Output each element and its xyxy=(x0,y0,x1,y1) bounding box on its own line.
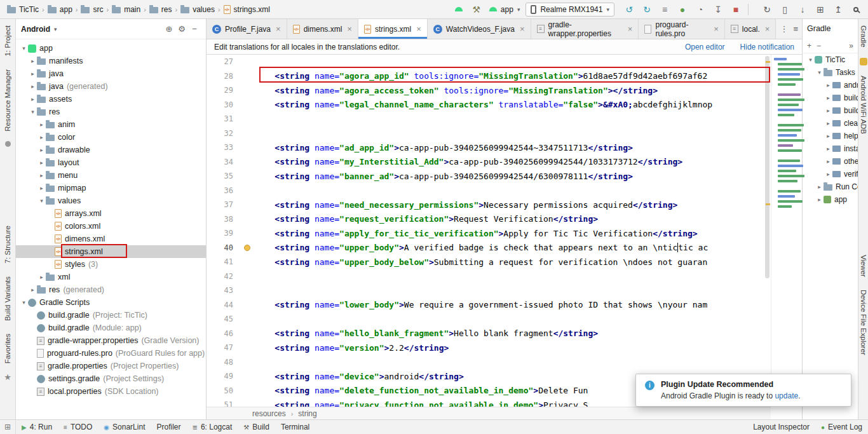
project-tree-item-local-properties-sdk-location[interactable]: local.properties(SDK Location) xyxy=(16,385,206,398)
code-line-28[interactable]: 28 <string name="agora_app_id" tools:ign… xyxy=(207,69,771,84)
code-line-34[interactable]: 34 <string name="my_Interstitial_Add">ca… xyxy=(207,155,771,170)
chevron-down-icon[interactable]: ▾ xyxy=(54,26,57,32)
project-tree-item-strings-xml[interactable]: strings.xml xyxy=(16,245,206,258)
project-tree-item-java-generated[interactable]: ▸java(generated) xyxy=(16,80,206,93)
chevron-right-icon[interactable]: ▸ xyxy=(824,107,832,114)
code-line-35[interactable]: 35 <string name="banner_ad">ca-app-pub-3… xyxy=(207,169,771,184)
profiler-toolwindow-button[interactable]: Profiler xyxy=(151,420,186,434)
toolwindow-tab-viewer[interactable]: Viewer xyxy=(860,248,867,283)
project-view-selector[interactable]: Android xyxy=(21,25,50,34)
code-line-36[interactable]: 36 xyxy=(207,184,771,198)
collapse-all-icon[interactable]: − xyxy=(817,41,821,50)
close-icon[interactable]: × xyxy=(520,24,525,34)
project-tree-item-colors-xml[interactable]: colors.xml xyxy=(16,220,206,233)
terminal-toolwindow-button[interactable]: Terminal xyxy=(275,420,315,434)
intention-bulb-icon[interactable] xyxy=(244,245,250,251)
project-tree-item-build-gradle-module-app[interactable]: build.gradle(Module: app) xyxy=(16,322,206,334)
profiler-icon[interactable]: ◔ xyxy=(693,3,707,17)
project-tree-item-drawable[interactable]: ▸drawable xyxy=(16,144,206,156)
close-icon[interactable]: × xyxy=(416,24,421,34)
chevron-right-icon[interactable]: ▸ xyxy=(37,159,46,166)
code-line-39[interactable]: 39 <string name="apply_for_tic_tic_verif… xyxy=(207,226,771,241)
chevron-right-icon[interactable]: ▸ xyxy=(29,96,37,102)
hide-panel-icon[interactable]: − xyxy=(188,24,201,34)
tab-watchvideos-f-java[interactable]: CWatchVideos_F.java× xyxy=(428,19,531,39)
run-configurations-list-icon[interactable]: ≡ xyxy=(658,3,672,17)
android-wifi-adb-icon[interactable] xyxy=(860,58,867,65)
sonarlint-toolwindow-button[interactable]: ◉SonarLint xyxy=(98,420,151,434)
gradle-tree-item-build[interactable]: ▸build xyxy=(803,92,858,104)
code-line-42[interactable]: 42 xyxy=(207,269,771,284)
project-tree-item-assets[interactable]: ▸assets xyxy=(16,93,206,105)
tab-strings-xml[interactable]: strings.xml× xyxy=(358,19,428,39)
close-icon[interactable]: × xyxy=(765,24,770,34)
code-line-46[interactable]: 46 <string name="hello_blank_fragment">H… xyxy=(207,327,771,341)
run-config-select[interactable]: app ▾ xyxy=(485,3,525,17)
breadcrumb-item-src[interactable]: src xyxy=(79,4,105,15)
project-tree-item-build-gradle-project-tictic[interactable]: build.gradle(Project: TicTic) xyxy=(16,309,206,322)
code-line-30[interactable]: 30 <string name="legal_channel_name_char… xyxy=(207,98,771,112)
project-tree-item-settings-gradle-project-settings[interactable]: settings.gradle(Project Settings) xyxy=(16,372,206,385)
favorites-star-icon[interactable]: ★ xyxy=(4,372,11,382)
chevron-down-icon[interactable]: ▾ xyxy=(37,198,46,204)
chevron-right-icon[interactable]: ▸ xyxy=(37,147,46,153)
stop-icon[interactable]: ■ xyxy=(729,3,743,17)
project-tree-item-arrays-xml[interactable]: arrays.xml xyxy=(16,207,206,220)
build-toolwindow-button[interactable]: ⚒Build xyxy=(238,420,275,434)
gradle-sync-icon[interactable]: ↻ xyxy=(760,3,774,17)
logcat-toolwindow-button[interactable]: ≣6: Logcat xyxy=(186,420,238,434)
toolwindow-tab-android-wifi-adb[interactable]: Android WiFi ADB xyxy=(860,69,867,140)
gradle-tree-item-run-configurations[interactable]: ▸Run Configurations xyxy=(803,180,858,193)
gradle-tree-item-verification[interactable]: ▸verification xyxy=(803,168,858,180)
project-tree-item-gradle-scripts[interactable]: ▾Gradle Scripts xyxy=(16,296,206,309)
gradle-tree-item-app[interactable]: ▸app xyxy=(803,193,858,206)
breadcrumb-item-resources[interactable]: resources xyxy=(252,409,286,418)
chevron-right-icon[interactable]: ▸ xyxy=(824,158,832,165)
gradle-tree-item-android[interactable]: ▸android xyxy=(803,79,858,92)
device-mirroring-icon[interactable] xyxy=(452,3,466,17)
chevron-right-icon[interactable]: ▸ xyxy=(37,185,46,191)
vcs-push-icon[interactable]: ↥ xyxy=(831,3,845,17)
gradle-tree-item-help[interactable]: ▸help xyxy=(803,130,858,142)
breadcrumb-item-strings-xml[interactable]: strings.xml xyxy=(222,4,272,15)
tab-profile-f-java[interactable]: CProfile_F.java× xyxy=(207,19,287,39)
tab-local[interactable]: local.× xyxy=(725,19,776,39)
project-tree-item-res-generated[interactable]: ▸res(generated) xyxy=(16,283,206,296)
code-line-47[interactable]: 47 <string name="version">2.2</string> xyxy=(207,341,771,355)
project-tree-item-menu[interactable]: ▸menu xyxy=(16,169,206,182)
project-tree-item-gradle-properties-project-properties[interactable]: gradle.properties(Project Properties) xyxy=(16,360,206,372)
tab-gradle-wrapper-properties[interactable]: gradle-wrapper.properties× xyxy=(531,19,639,39)
toolwindow-switcher-icon[interactable]: ⊞ xyxy=(0,420,16,434)
gradle-tree-item-tictic[interactable]: ▾TicTic xyxy=(803,53,858,66)
update-link[interactable]: update xyxy=(775,391,798,400)
project-tree-item-manifests[interactable]: ▸manifests xyxy=(16,55,206,67)
toolwindow-tab-resource-manager[interactable]: Resource Manager xyxy=(4,63,11,138)
project-tree-item-layout[interactable]: ▸layout xyxy=(16,156,206,169)
project-tree-item-res[interactable]: ▾res xyxy=(16,105,206,118)
split-view-icon[interactable]: ⋮ xyxy=(780,24,788,34)
breadcrumb-item-app[interactable]: app xyxy=(46,4,74,15)
gradle-tree-item-cleanup[interactable]: ▸cleanup xyxy=(803,117,858,130)
code-line-33[interactable]: 33 <string name="ad_app_id">ca-app-pub-3… xyxy=(207,140,771,155)
code-line-27[interactable]: 27 xyxy=(207,55,771,69)
chevron-down-icon[interactable]: ▾ xyxy=(815,69,824,76)
layout-inspector-icon[interactable]: ⊞ xyxy=(813,3,827,17)
add-gradle-project-icon[interactable]: + xyxy=(807,41,811,50)
toolwindow-tab-favorites[interactable]: Favorites xyxy=(4,327,11,370)
project-tree-item-app[interactable]: ▾app xyxy=(16,42,206,55)
scrollbar-thumb[interactable] xyxy=(765,56,770,278)
device-select[interactable]: Realme RMX1941 ▾ xyxy=(526,3,614,17)
chevron-down-icon[interactable]: ▾ xyxy=(20,299,28,306)
close-icon[interactable]: × xyxy=(276,24,281,34)
close-icon[interactable]: × xyxy=(714,24,719,34)
project-tree-item-gradle-wrapper-properties-gradle-version[interactable]: gradle-wrapper.properties(Gradle Version… xyxy=(16,334,206,347)
project-tree-item-dimens-xml[interactable]: dimens.xml xyxy=(16,233,206,245)
code-line-29[interactable]: 29 <string name="agora_access_token" too… xyxy=(207,83,771,98)
settings-icon[interactable]: ⚙ xyxy=(175,24,188,34)
chevron-right-icon[interactable]: ▸ xyxy=(37,274,46,280)
chevron-right-icon[interactable]: ▸ xyxy=(29,83,37,90)
editor-config-icon[interactable]: ≡ xyxy=(793,24,798,34)
toolwindow-tab-1-project[interactable]: 1: Project xyxy=(4,19,11,63)
tab-dimens-xml[interactable]: dimens.xml× xyxy=(287,19,358,39)
chevron-down-icon[interactable]: ▾ xyxy=(806,57,815,63)
